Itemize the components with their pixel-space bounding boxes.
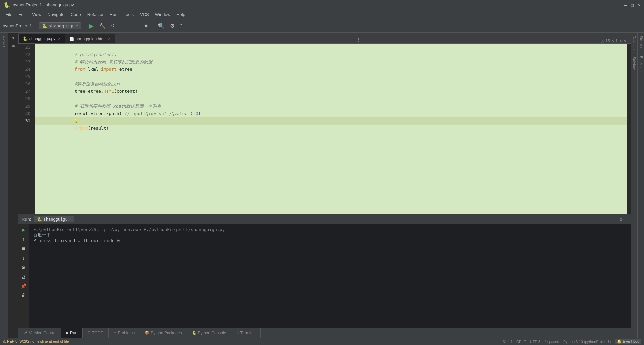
event-log-button[interactable]: 🔔 Event Log xyxy=(615,339,641,344)
run-play-button[interactable]: ▶ xyxy=(20,226,27,234)
sciview-panel-label[interactable]: SciView xyxy=(632,54,637,72)
run-button[interactable]: ▶ xyxy=(87,21,96,31)
search-button[interactable]: 🔍 xyxy=(156,21,167,30)
menu-item-file[interactable]: File xyxy=(3,11,15,18)
tab-run[interactable]: ▶ Run xyxy=(61,328,83,338)
settings-button[interactable]: ⚙ xyxy=(168,21,177,30)
menu-item-navigate[interactable]: Navigate xyxy=(45,11,67,18)
run-output-result: 百度一下 xyxy=(33,232,627,238)
code-line-36 xyxy=(35,154,627,161)
tabs-more-button[interactable]: ⋮ xyxy=(354,36,363,43)
right-markers xyxy=(627,44,631,214)
run-config-selector[interactable]: 🐍 shangguigu ▾ xyxy=(39,22,81,29)
pep8-warning[interactable]: ⚠ PEP 8: W292 no newline at end of file xyxy=(3,339,69,344)
run-config-tab[interactable]: 🐍 shangguigu ✕ xyxy=(34,216,74,222)
run-settings-button[interactable]: ⚙ xyxy=(620,217,622,222)
project-panel-label[interactable]: Project xyxy=(1,33,7,50)
stop-button[interactable]: ⏹ xyxy=(142,22,150,30)
tab-python-packages-label: Python Packages xyxy=(151,331,182,335)
run-pin-button[interactable]: 📌 xyxy=(19,282,28,290)
menu-item-window[interactable]: Window xyxy=(152,11,173,18)
maximize-button[interactable]: ❐ xyxy=(631,2,634,8)
code-line-26[interactable]: tree=etree.HTML(content) xyxy=(35,80,627,88)
menu-item-code[interactable]: Code xyxy=(68,11,84,18)
code-line-32 xyxy=(35,125,627,132)
tab-python-packages[interactable]: 📦 Python Packages xyxy=(140,328,187,338)
menu-item-tools[interactable]: Tools xyxy=(121,11,137,18)
toolbar-separator-3 xyxy=(129,22,129,30)
fold-button[interactable]: ▼ xyxy=(8,34,18,42)
indent-indicator[interactable]: 4 spaces xyxy=(544,340,559,344)
tab-shangguigu-py[interactable]: 🐍 shangguigu.py ✕ xyxy=(18,34,65,43)
rerun-button[interactable]: ↺ xyxy=(109,22,117,30)
code-line-22[interactable]: # 解析网页源码 来获取我们想要的数据 xyxy=(35,51,627,58)
python-packages-icon: 📦 xyxy=(145,331,149,335)
code-line-28[interactable]: # 获取想要的数据 xpath默认返回一个列表 xyxy=(35,95,627,102)
tab-python-console[interactable]: 🐍 Python Console xyxy=(187,328,231,338)
menu-item-run[interactable]: Run xyxy=(107,11,120,18)
more-run-options-button[interactable]: ⋯ xyxy=(118,22,126,30)
comment-28: # 获取想要的数据 xpath默认返回一个列表 xyxy=(64,104,161,109)
structure-sidebar: Structure Bookmarks xyxy=(637,33,644,338)
run-output-exit: Process finished with exit code 0 xyxy=(33,238,627,243)
run-scroll-down-button[interactable]: ↓ xyxy=(21,254,26,262)
structure-panel-label[interactable]: Structure xyxy=(638,33,644,53)
tab-problems[interactable]: ⚠ Problems xyxy=(109,328,140,338)
tab-shangguigu-html[interactable]: 📄 shangguigu.html ✕ xyxy=(65,34,115,43)
tab-todo-label: TODO xyxy=(92,331,103,335)
line-num-23: 23 xyxy=(18,58,32,66)
run-config-name: shangguigu xyxy=(49,23,75,28)
tab-terminal[interactable]: ⊡ Terminal xyxy=(231,328,260,338)
menu-item-refactor[interactable]: Refactor xyxy=(85,11,106,18)
line-num-29: 29 xyxy=(18,102,32,110)
tab-terminal-label: Terminal xyxy=(240,331,255,335)
run-tab-close[interactable]: ✕ xyxy=(69,217,71,221)
run-label: Run: xyxy=(22,217,31,222)
project-sidebar[interactable]: Project xyxy=(0,33,8,338)
code-content[interactable]: # print(content) # 解析网页源码 来获取我们想要的数据 fro… xyxy=(35,44,627,214)
menu-item-view[interactable]: View xyxy=(29,11,44,18)
breakpoint-area[interactable]: ⏺ xyxy=(8,42,18,50)
close-button[interactable]: ✕ xyxy=(638,2,641,8)
tab-version-control[interactable]: ⎇ Version Control xyxy=(18,328,61,338)
code-line-31[interactable]: print(result) xyxy=(35,117,627,125)
menu-item-edit[interactable]: Edit xyxy=(16,11,29,18)
menu-item-help[interactable]: Help xyxy=(174,11,188,18)
code-line-21[interactable]: # print(content) xyxy=(35,44,627,51)
line-col-indicator[interactable]: 31:14 xyxy=(503,340,512,344)
code-line-25[interactable]: #解析服务器响应的文件 xyxy=(35,73,627,80)
line-num-26: 26 xyxy=(18,80,32,88)
editor-area: 🐍 shangguigu.py ✕ 📄 shangguigu.html ✕ ⋮ … xyxy=(18,33,631,338)
code-editor: 21 22 23 24 25 26 27 28 29 30 31 # print… xyxy=(18,44,631,214)
charset-indicator[interactable]: UTF-8 xyxy=(530,340,540,344)
version-control-icon: ⎇ xyxy=(23,331,28,335)
minimize-button[interactable]: — xyxy=(624,2,627,8)
pause-button[interactable]: ⏸ xyxy=(132,22,141,30)
window-title: pythonProject1 - shangguigu.py xyxy=(13,2,74,7)
tab-close-shangguigu-html[interactable]: ✕ xyxy=(108,37,111,41)
run-content: ▶ ↑ ⏹ ↓ ⚙ 🖨 📌 🗑 E:\pythonProject1\venv\S… xyxy=(18,224,631,328)
python-version-indicator[interactable]: Python 3.10 (pythonProject1) xyxy=(563,340,611,344)
navigate-down-icon[interactable]: ∨ xyxy=(624,39,627,43)
tab-close-shangguigu-py[interactable]: ✕ xyxy=(58,37,61,41)
line-ending-indicator[interactable]: CRLF xyxy=(516,340,526,344)
status-bar: ⚠ PEP 8: W292 no newline at end of file … xyxy=(0,338,644,345)
right-sidebar: Database SciView xyxy=(631,33,637,338)
run-rerun-up-button[interactable]: ↑ xyxy=(21,235,26,243)
run-left-toolbar: ▶ ↑ ⏹ ↓ ⚙ 🖨 📌 🗑 xyxy=(18,224,29,328)
build-button[interactable]: 🔨 xyxy=(97,21,108,30)
line-num-24: 24 xyxy=(18,66,32,73)
help-button[interactable]: ? xyxy=(178,22,184,30)
run-print-button[interactable]: 🖨 xyxy=(20,273,28,281)
run-stop-button[interactable]: ⏹ xyxy=(20,245,28,253)
html-file-icon: 📄 xyxy=(69,37,74,41)
database-panel-label[interactable]: Database xyxy=(632,33,637,54)
run-panel-minimize-button[interactable]: — xyxy=(625,217,627,222)
bookmarks-panel-label[interactable]: Bookmarks xyxy=(638,53,644,77)
tabs-bar: 🐍 shangguigu.py ✕ 📄 shangguigu.html ✕ ⋮ … xyxy=(18,33,631,44)
navigate-up-icon[interactable]: ∧ xyxy=(619,39,622,43)
tab-todo[interactable]: ☑ TODO xyxy=(83,328,108,338)
run-settings2-button[interactable]: ⚙ xyxy=(20,263,27,271)
menu-item-vcs[interactable]: VCS xyxy=(137,11,152,18)
run-clear-button[interactable]: 🗑 xyxy=(20,291,28,299)
